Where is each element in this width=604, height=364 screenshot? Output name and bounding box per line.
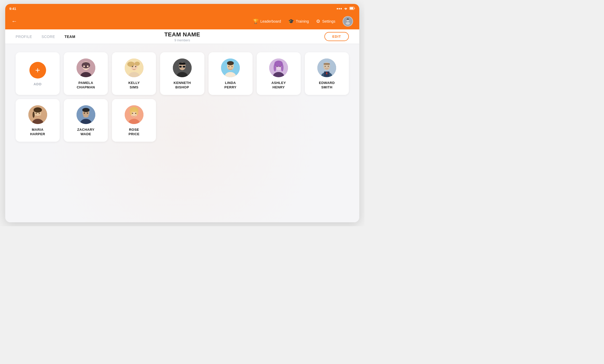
svg-point-51 <box>34 107 42 113</box>
svg-point-46 <box>325 66 326 67</box>
member-card-rose[interactable]: ROSEPRICE <box>112 99 156 142</box>
member-name-zachary: ZACHARYWADE <box>77 128 95 136</box>
add-button[interactable]: + <box>29 62 46 79</box>
svg-point-17 <box>132 66 133 67</box>
member-name-edward: EDWARDSMITH <box>319 81 335 90</box>
avatar-ashley <box>269 58 288 77</box>
svg-point-3 <box>346 22 350 25</box>
leaderboard-label: Leaderboard <box>260 19 281 23</box>
empty-slot-1 <box>160 99 204 142</box>
page-title: TEAM NAME <box>164 31 200 38</box>
svg-point-61 <box>83 115 89 118</box>
avatar-zachary <box>77 105 95 124</box>
add-label: ADD <box>34 82 42 86</box>
svg-rect-22 <box>179 63 185 65</box>
avatar-kelly <box>125 58 143 77</box>
svg-point-38 <box>276 66 278 67</box>
device-frame: 9:41 ●●● ← 🏆 Leaderbo <box>5 4 359 222</box>
tab-profile[interactable]: PROFILE <box>16 35 32 39</box>
avatar-pamela <box>77 58 95 77</box>
svg-point-54 <box>39 113 40 114</box>
avatar-maria <box>28 105 47 124</box>
status-time: 9:41 <box>9 7 16 11</box>
member-name-maria: MARIAHARPER <box>30 128 45 136</box>
settings-nav-item[interactable]: ⚙ Settings <box>316 18 335 24</box>
add-member-card[interactable]: + ADD <box>16 52 60 95</box>
tab-bar: PROFILE SCORE TEAM TEAM NAME 9 members E… <box>5 29 359 44</box>
svg-point-18 <box>135 66 136 67</box>
tab-team[interactable]: TEAM <box>65 35 76 39</box>
nav-right: 🏆 Leaderboard 🎓 Training ⚙ Settings <box>253 16 353 27</box>
member-name-kelly: KELLYSIMS <box>128 81 140 90</box>
member-card-zachary[interactable]: ZACHARYWADE <box>64 99 108 142</box>
svg-point-29 <box>227 61 234 65</box>
avatar-linda <box>221 58 240 77</box>
tab-score[interactable]: SCORE <box>41 35 55 39</box>
add-icon: + <box>35 66 40 74</box>
training-icon: 🎓 <box>288 18 294 24</box>
empty-slot-3 <box>257 99 301 142</box>
svg-point-58 <box>82 108 90 112</box>
svg-point-15 <box>127 62 135 67</box>
members-grid-row1: + ADD <box>16 52 349 95</box>
status-bar: 9:41 ●●● <box>5 4 359 13</box>
avatar-edward <box>317 58 336 77</box>
empty-slot-4 <box>305 99 349 142</box>
svg-rect-45 <box>324 63 330 65</box>
signal-icon: ●●● <box>336 7 342 10</box>
member-name-rose: ROSEPRICE <box>129 128 140 136</box>
empty-slot-2 <box>209 99 253 142</box>
svg-point-68 <box>132 113 133 114</box>
svg-rect-1 <box>350 7 353 9</box>
svg-point-69 <box>135 113 136 114</box>
edit-button[interactable]: EDIT <box>324 32 349 41</box>
leaderboard-icon: 🏆 <box>253 18 259 24</box>
svg-point-60 <box>87 112 88 114</box>
svg-point-11 <box>87 66 89 67</box>
svg-rect-23 <box>179 66 182 68</box>
leaderboard-nav-item[interactable]: 🏆 Leaderboard <box>253 18 281 24</box>
member-card-ashley[interactable]: ASHLEYHENRY <box>257 52 301 95</box>
settings-label: Settings <box>322 19 335 23</box>
battery-icon <box>349 7 355 11</box>
member-name-ashley: ASHLEYHENRY <box>271 81 286 90</box>
back-button[interactable]: ← <box>11 18 17 24</box>
svg-point-39 <box>280 66 281 67</box>
avatar-kenneth <box>173 58 192 77</box>
svg-point-66 <box>130 108 132 115</box>
svg-point-53 <box>35 113 37 114</box>
training-label: Training <box>296 19 309 23</box>
svg-point-36 <box>274 64 276 72</box>
member-card-pamela[interactable]: PAMELACHAPMAN <box>64 52 108 95</box>
member-card-maria[interactable]: MARIAHARPER <box>16 99 60 142</box>
user-avatar[interactable] <box>343 16 353 27</box>
svg-point-16 <box>135 62 140 66</box>
training-nav-item[interactable]: 🎓 Training <box>288 18 309 24</box>
member-card-kenneth[interactable]: KENNETHBISHOP <box>160 52 204 95</box>
main-content: + ADD <box>5 44 359 222</box>
svg-point-37 <box>281 64 284 72</box>
members-grid-row2: MARIAHARPER <box>16 99 349 142</box>
svg-point-47 <box>328 66 329 67</box>
member-name-linda: LINDAPERRY <box>224 81 237 90</box>
svg-point-59 <box>84 112 85 114</box>
member-name-kenneth: KENNETHBISHOP <box>174 81 191 90</box>
svg-point-10 <box>83 66 85 67</box>
svg-point-67 <box>136 108 139 115</box>
svg-point-9 <box>82 62 90 68</box>
wifi-icon <box>344 7 348 11</box>
settings-icon: ⚙ <box>316 18 320 24</box>
member-card-linda[interactable]: LINDAPERRY <box>209 52 253 95</box>
svg-rect-24 <box>183 66 185 68</box>
nav-left: ← <box>11 18 17 24</box>
svg-rect-5 <box>347 18 349 20</box>
svg-point-52 <box>33 112 35 118</box>
page-subtitle: 9 members <box>164 38 200 42</box>
svg-point-30 <box>228 66 229 67</box>
avatar-rose <box>125 105 143 124</box>
svg-point-31 <box>231 66 232 67</box>
member-card-kelly[interactable]: KELLYSIMS <box>112 52 156 95</box>
page-title-section: TEAM NAME 9 members <box>164 31 200 42</box>
member-card-edward[interactable]: EDWARDSMITH <box>305 52 349 95</box>
navbar: ← 🏆 Leaderboard 🎓 Training ⚙ Settings <box>5 13 359 29</box>
